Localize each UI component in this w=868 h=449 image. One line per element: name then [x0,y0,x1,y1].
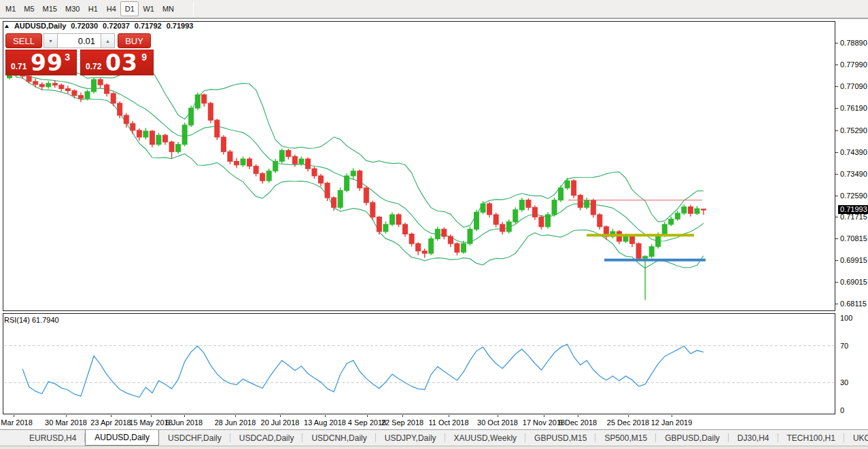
price-axis-tick [835,174,838,175]
date-axis-label: 6 Jun 2018 [166,418,203,427]
date-axis-label: 13 Aug 2018 [304,418,346,427]
date-axis-tick [402,415,403,417]
date-axis-tick [280,415,281,417]
timeframe-toolbar: M1M5M15M30H1H4D1W1MN [0,0,868,19]
timeframe-button-m5[interactable]: M5 [20,1,38,16]
chart-tab-usdcad[interactable]: USDCAD,Daily [230,430,303,446]
date-axis-label: 22 Sep 2018 [381,418,423,427]
timeframe-button-mn[interactable]: MN [158,1,178,16]
price-axis-label: 0.77090 [840,82,867,90]
chart-tab-ukoil[interactable]: UKOil,H1 [844,430,868,446]
buy-price-big: 03 [105,50,138,76]
rsi-axis-label: 30 [840,378,848,387]
price-axis-label: 0.69915 [840,256,867,264]
rsi-axis-label: 70 [840,342,848,350]
date-axis-label: 28 Jun 2018 [215,418,256,427]
buy-button[interactable]: BUY [118,33,151,48]
chart-tab-sp500[interactable]: SP500,M15 [595,430,656,446]
chart-tab-gbpusd[interactable]: GBPUSD,Daily [656,430,729,446]
chart-close-value: 0.71993 [167,22,194,30]
timeframe-button-m30[interactable]: M30 [61,1,84,16]
chart-tab-usdchf[interactable]: USDCHF,Daily [159,430,230,446]
timeframe-button-w1[interactable]: W1 [139,1,158,16]
one-click-trading-arrow-icon[interactable]: ▲ [3,23,10,29]
date-axis-label: 8 Mar 2018 [0,418,33,427]
date-axis-label: 30 Oct 2018 [477,418,518,427]
date-axis-tick [628,415,629,417]
date-axis-tick [498,415,498,417]
price-axis-tick [835,238,838,239]
price-axis-label: 0.76190 [840,104,867,112]
price-axis-label: 0.78890 [840,39,867,47]
date-axis-tick [184,415,185,417]
date-axis-label: 12 Jan 2019 [651,418,693,427]
volume-increase-button[interactable]: ▲ [101,33,115,48]
price-axis-tick [835,282,838,283]
sell-price-big: 99 [31,50,63,76]
price-axis-label: 0.77990 [840,60,867,69]
timeframe-button-h1[interactable]: H1 [84,1,102,16]
price-axis-tick [835,65,838,65]
price-axis-label: 0.68115 [840,300,867,308]
price-axis-label: 0.69015 [840,278,867,286]
date-axis-label: 11 Oct 2018 [428,418,468,427]
price-axis-label: 0.70815 [840,234,867,243]
buy-price-sup: 9 [141,52,147,62]
sell-button[interactable]: SELL [5,33,42,48]
chart-header: ▲ AUDUSD,Daily 0.72030 0.72037 0.71792 0… [4,22,193,30]
price-axis-tick [835,108,838,109]
date-axis-tick [14,415,14,417]
price-axis-tick [835,86,838,87]
date-axis-tick [544,415,544,417]
buy-price-tile[interactable]: 0.72 03 9 [80,50,154,75]
date-axis-tick [151,415,152,417]
date-axis-label: 4 Sep 2018 [348,418,386,427]
timeframe-button-m15[interactable]: M15 [39,1,61,16]
sell-price-tile[interactable]: 0.71 99 3 [5,50,77,75]
price-axis-label: 0.72590 [840,192,867,200]
date-axis-tick [235,415,236,417]
date-axis-tick [111,415,111,417]
price-axis-tick [835,130,838,131]
price-axis-tick [835,260,838,261]
chart-area[interactable]: ▲ AUDUSD,Daily 0.72030 0.72037 0.71792 0… [0,19,868,429]
date-axis-tick [578,415,578,417]
chart-symbol-label: AUDUSD,Daily [14,22,66,30]
date-axis-tick [449,415,449,417]
price-axis-tick [835,217,838,217]
date-axis-tick [325,415,326,417]
chart-tab-gbpusd[interactable]: GBPUSD,M15 [525,430,595,446]
volume-decrease-button[interactable]: ▼ [44,33,58,48]
price-axis-tick [835,196,838,196]
chart-high-value: 0.72037 [103,22,130,30]
chevron-down-icon: ▼ [48,39,53,43]
timeframe-button-h4[interactable]: H4 [102,1,120,16]
chart-tab-xauusd[interactable]: XAUUSD,Weekly [445,430,525,446]
chart-tab-tech100[interactable]: TECH100,H1 [778,430,844,446]
date-axis-label: 23 Apr 2018 [90,418,131,427]
price-axis-label: 0.74390 [840,148,867,156]
chart-tab-eurusd[interactable]: EURUSD,H4 [20,430,85,446]
trading-terminal-window: M1M5M15M30H1H4D1W1MN ▲ AUDUSD,Daily 0.72… [0,0,868,449]
chevron-up-icon: ▲ [105,39,110,43]
date-axis-label: 25 Dec 2018 [607,418,649,427]
chart-tab-usdjpy[interactable]: USDJPY,Daily [376,430,445,446]
price-axis[interactable]: 0.788900.779900.770900.761900.752900.743… [835,19,868,429]
date-axis-label: 20 Jul 2018 [261,418,300,427]
chart-tab-bar: EURUSD,H4AUDUSD,DailyUSDCHF,DailyUSDCAD,… [0,429,868,446]
chart-tab-usdcnh[interactable]: USDCNH,Daily [302,430,375,446]
sell-price-sup: 3 [65,52,70,62]
chart-low-value: 0.71792 [135,22,162,30]
price-axis-tick [835,152,838,153]
sell-price-prefix: 0.71 [11,62,27,71]
chart-tab-audusd[interactable]: AUDUSD,Daily [85,430,159,446]
price-axis-tick [835,43,838,43]
price-chart-canvas[interactable] [3,21,835,415]
timeframe-button-d1[interactable]: D1 [120,1,139,16]
one-click-trading-panel: SELL ▼ ▲ BUY 0.71 99 3 0.72 03 9 [5,33,154,75]
volume-input[interactable] [58,33,101,48]
chart-tab-dj30[interactable]: DJ30,H4 [729,430,778,446]
date-axis-tick [66,415,67,417]
timeframe-button-m1[interactable]: M1 [1,1,20,16]
date-axis[interactable]: 8 Mar 201830 Mar 201823 Apr 201815 May 2… [3,415,835,429]
